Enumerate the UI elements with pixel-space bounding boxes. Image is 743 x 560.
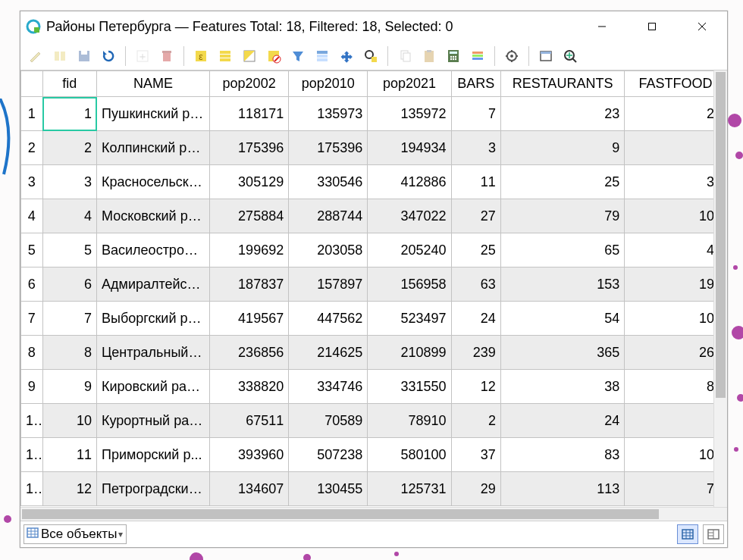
- row-header[interactable]: 4: [21, 199, 43, 233]
- cell[interactable]: 134607: [210, 472, 289, 506]
- col-header-name[interactable]: NAME: [97, 71, 210, 97]
- table-row[interactable]: 88Центральный р...2368562146252108992393…: [21, 336, 727, 370]
- add-feature-button[interactable]: ＋: [132, 45, 153, 67]
- cell[interactable]: 79: [500, 199, 624, 233]
- save-edits-button[interactable]: [74, 45, 95, 67]
- cell[interactable]: 4: [625, 404, 727, 438]
- row-header[interactable]: 3: [21, 165, 43, 199]
- table-row[interactable]: 44Московский ра...2758842887443470222779…: [21, 199, 727, 233]
- cell[interactable]: 37: [451, 438, 500, 472]
- cell[interactable]: 412886: [368, 165, 451, 199]
- organize-columns-button[interactable]: [560, 45, 581, 67]
- cell[interactable]: 63: [451, 267, 500, 302]
- cell[interactable]: 2: [42, 131, 96, 165]
- row-header[interactable]: 1: [21, 97, 43, 131]
- reload-button[interactable]: [98, 45, 119, 67]
- cell[interactable]: 67511: [210, 404, 289, 438]
- toggle-editing-button[interactable]: [25, 45, 46, 67]
- cell[interactable]: 365: [500, 336, 624, 370]
- cell[interactable]: 205240: [368, 233, 451, 267]
- cell[interactable]: 1: [42, 97, 96, 131]
- cell[interactable]: 12: [42, 472, 96, 506]
- cell[interactable]: 9: [625, 131, 727, 165]
- cell[interactable]: 157897: [289, 267, 368, 302]
- filter-combo[interactable]: Все объекты ▾: [24, 524, 127, 544]
- table-view-button[interactable]: [677, 524, 698, 544]
- cell[interactable]: 135972: [368, 97, 451, 131]
- cell[interactable]: 187837: [210, 267, 289, 302]
- col-header-pop2002[interactable]: pop2002: [210, 71, 289, 97]
- cell[interactable]: 580100: [368, 438, 451, 472]
- table-row[interactable]: 77Выборгский ра...4195674475625234972454…: [21, 302, 727, 336]
- cell[interactable]: 203058: [289, 233, 368, 267]
- cell[interactable]: 23: [500, 97, 624, 131]
- row-header[interactable]: 12: [21, 472, 43, 506]
- cell[interactable]: 347022: [368, 199, 451, 233]
- corner-cell[interactable]: [21, 71, 43, 97]
- cell[interactable]: 9: [42, 370, 96, 404]
- select-by-expression-button[interactable]: ε: [190, 45, 212, 67]
- cell[interactable]: 104: [625, 199, 727, 233]
- cell[interactable]: 331550: [368, 370, 451, 404]
- multi-edit-button[interactable]: [49, 45, 71, 67]
- cell[interactable]: 27: [451, 199, 500, 233]
- cell[interactable]: 288744: [289, 199, 368, 233]
- cell[interactable]: 419567: [210, 302, 289, 336]
- cell[interactable]: 330546: [289, 165, 368, 199]
- cell[interactable]: Центральный р...: [97, 336, 210, 370]
- copy-button[interactable]: [394, 45, 415, 67]
- paste-button[interactable]: [419, 45, 440, 67]
- cell[interactable]: 9: [500, 131, 624, 165]
- cell[interactable]: 32: [625, 165, 727, 199]
- cell[interactable]: 334746: [289, 370, 368, 404]
- zoom-to-selected-button[interactable]: [360, 45, 381, 67]
- cell[interactable]: 100: [625, 302, 727, 336]
- cell[interactable]: 156958: [368, 267, 451, 302]
- col-header-restaurants[interactable]: RESTAURANTS: [500, 71, 624, 97]
- cell[interactable]: 199692: [210, 233, 289, 267]
- cell[interactable]: Колпинский ра...: [97, 131, 210, 165]
- deselect-all-button[interactable]: [263, 45, 284, 67]
- cell[interactable]: 7: [451, 97, 500, 131]
- filter-selection-button[interactable]: [287, 45, 309, 67]
- cell[interactable]: Пушкинский ра...: [97, 97, 210, 131]
- row-header[interactable]: 6: [21, 267, 43, 302]
- cell[interactable]: 78: [625, 472, 727, 506]
- cell[interactable]: 118171: [210, 97, 289, 131]
- cell[interactable]: Петроградский...: [97, 472, 210, 506]
- cell[interactable]: 113: [500, 472, 624, 506]
- col-header-fastfood[interactable]: FASTFOOD: [625, 71, 727, 97]
- cell[interactable]: Курортный рай...: [97, 404, 210, 438]
- move-selection-to-top-button[interactable]: [312, 45, 333, 67]
- cell[interactable]: 12: [451, 370, 500, 404]
- cell[interactable]: 103: [625, 438, 727, 472]
- cell[interactable]: 11: [42, 438, 96, 472]
- pan-to-selected-button[interactable]: [336, 45, 357, 67]
- cell[interactable]: 78910: [368, 404, 451, 438]
- cell[interactable]: 25: [451, 233, 500, 267]
- cell[interactable]: 135973: [289, 97, 368, 131]
- cell[interactable]: 393960: [210, 438, 289, 472]
- cell[interactable]: Кировский рай...: [97, 370, 210, 404]
- actions-button[interactable]: [501, 45, 522, 67]
- cell[interactable]: 338820: [210, 370, 289, 404]
- cell[interactable]: 175396: [210, 131, 289, 165]
- form-view-button[interactable]: [703, 524, 724, 544]
- cell[interactable]: Адмиралтейски...: [97, 267, 210, 302]
- cell[interactable]: 275884: [210, 199, 289, 233]
- col-header-bars[interactable]: BARS: [451, 71, 500, 97]
- row-header[interactable]: 2: [21, 131, 43, 165]
- cell[interactable]: 130455: [289, 472, 368, 506]
- cell[interactable]: 24: [451, 302, 500, 336]
- cell[interactable]: Василеостровс...: [97, 233, 210, 267]
- cell[interactable]: 236856: [210, 336, 289, 370]
- cell[interactable]: 4: [42, 199, 96, 233]
- cell[interactable]: 70589: [289, 404, 368, 438]
- conditional-formatting-button[interactable]: [467, 45, 488, 67]
- cell[interactable]: 507238: [289, 438, 368, 472]
- delete-selected-button[interactable]: [156, 45, 177, 67]
- cell[interactable]: 29: [451, 472, 500, 506]
- cell[interactable]: 40: [625, 233, 727, 267]
- col-header-fid[interactable]: fid: [42, 71, 96, 97]
- cell[interactable]: 7: [42, 302, 96, 336]
